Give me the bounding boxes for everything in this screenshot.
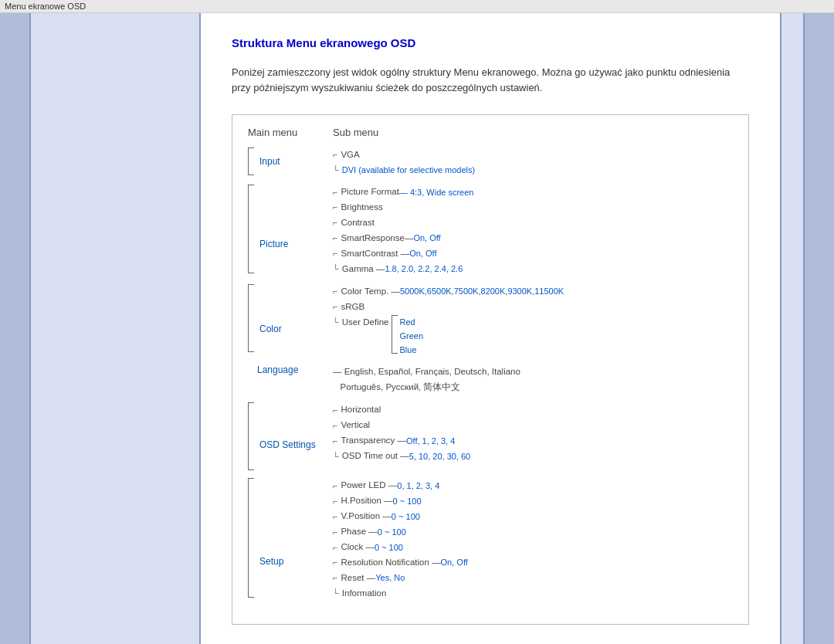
sub-item-clock: ⌐ Clock — 0 ~ 100 — [333, 540, 468, 554]
tick-icon: └ — [333, 163, 339, 177]
sub-text-vga: VGA — [341, 147, 359, 162]
menu-diagram: Main menu Sub menu Input ⌐ VGA — [232, 114, 749, 625]
sub-item-reset: ⌐ Reset — Yes, No — [333, 571, 468, 585]
page-heading: Struktura Menu ekranowego OSD — [232, 36, 749, 49]
sub-item-information: └ Information — [333, 586, 468, 601]
main-item-language: Language — [257, 364, 298, 375]
brace-osd — [248, 402, 254, 470]
sub-item-lang2: Português, Русский, 简体中文 — [333, 380, 520, 395]
main-item-osd: OSD Settings — [259, 439, 316, 450]
sub-item-dvi: └ DVI (available for selective models) — [333, 163, 475, 177]
brace-picture — [248, 185, 254, 273]
sub-item-transparency: ⌐ Transparency — Off, 1, 2, 3, 4 — [333, 433, 470, 448]
intro-paragraph: Poniżej zamieszczony jest widok ogólny s… — [232, 65, 749, 95]
sub-item-smartresponse: ⌐ SmartResponse— On, Off — [333, 231, 473, 246]
brace-color — [248, 284, 254, 352]
group-input: Input ⌐ VGA └ DVI (available for selecti… — [248, 147, 733, 177]
sidebar-left — [0, 13, 31, 644]
group-color: Color ⌐ Color Temp. — 5000K,6500K,7500K,… — [248, 284, 733, 357]
sub-list-setup: ⌐ Power LED — 0, 1, 2, 3, 4 ⌐ H.Position… — [333, 478, 468, 601]
inner-left-panel — [31, 13, 201, 644]
main-label-osd: OSD Settings — [248, 402, 333, 470]
sub-item-powerled: ⌐ Power LED — 0, 1, 2, 3, 4 — [333, 478, 468, 493]
sub-item-phase: ⌐ Phase — 0 ~ 100 — [333, 524, 468, 539]
sub-item-brightness: ⌐ Brightness — [333, 200, 473, 215]
sub-item-resolution: ⌐ Resolution Notification — On, Off — [333, 555, 468, 570]
sub-item-vertical: ⌐ Vertical — [333, 418, 470, 432]
brace-input — [248, 147, 254, 175]
sub-list-language: — English, Español, Français, Deutsch, I… — [333, 364, 520, 395]
group-osd-settings: OSD Settings ⌐ Horizontal ⌐ Vertical ⌐ — [248, 402, 733, 470]
sub-list-osd: ⌐ Horizontal ⌐ Vertical ⌐ Transparency —… — [333, 402, 470, 463]
group-picture: Picture ⌐ Picture Format — 4:3, Wide scr… — [248, 185, 733, 276]
nested-brace — [392, 315, 398, 354]
brace-setup — [248, 478, 254, 598]
header-main: Main menu — [248, 127, 333, 138]
sub-item-colortemp: ⌐ Color Temp. — 5000K,6500K,7500K,8200K,… — [333, 284, 564, 299]
sub-item-osdtimeout: └ OSD Time out — 5, 10, 20, 30, 60 — [333, 449, 470, 463]
sub-item-vga: ⌐ VGA — [333, 147, 475, 162]
header-sub: Sub menu — [333, 127, 378, 138]
main-item-color: Color — [259, 324, 282, 334]
sub-item-hposition: ⌐ H.Position — 0 ~ 100 — [333, 493, 468, 508]
sub-list-input: ⌐ VGA └ DVI (available for selective mod… — [333, 147, 475, 177]
sub-item-contrast: ⌐ Contrast — [333, 215, 473, 230]
sub-item-vposition: ⌐ V.Position — 0 ~ 100 — [333, 509, 468, 524]
sub-list-picture: ⌐ Picture Format — 4:3, Wide screen ⌐ Br… — [333, 185, 473, 276]
user-define-nested: Red Green Blue — [400, 315, 424, 357]
sidebar-right — [803, 13, 834, 644]
title-bar: Menu ekranowe OSD — [0, 0, 834, 13]
sub-item-horizontal: ⌐ Horizontal — [333, 402, 470, 417]
main-label-picture: Picture — [248, 185, 333, 273]
sub-item-userdefine: └ User Define Red Green Blue — [333, 315, 564, 357]
sub-item-lang1: — English, Español, Français, Deutsch, I… — [333, 364, 520, 379]
group-language: Language — English, Español, Français, D… — [248, 364, 733, 395]
sub-item-gamma: └ Gamma — 1.8, 2.0, 2.2, 2.4, 2.6 — [333, 262, 473, 276]
diagram-header: Main menu Sub menu — [248, 127, 733, 138]
main-label-language: Language — [248, 364, 333, 375]
main-label-setup: Setup — [248, 478, 333, 598]
title-bar-text: Menu ekranowe OSD — [5, 2, 86, 11]
sub-text-dvi: DVI (available for selective models) — [342, 163, 475, 177]
tick-icon: ⌐ — [333, 147, 337, 161]
inner-right-panel — [780, 13, 803, 644]
main-label-input: Input — [248, 147, 333, 175]
content-area: Struktura Menu ekranowego OSD Poniżej za… — [201, 13, 780, 644]
sub-item-picformat: ⌐ Picture Format — 4:3, Wide screen — [333, 185, 473, 199]
main-item-input: Input — [259, 156, 280, 167]
main-label-color: Color — [248, 284, 333, 352]
sub-item-smartcontrast: ⌐ SmartContrast — On, Off — [333, 246, 473, 261]
main-item-setup: Setup — [259, 556, 283, 567]
sub-item-srgb: ⌐ sRGB — [333, 300, 564, 314]
sub-list-color: ⌐ Color Temp. — 5000K,6500K,7500K,8200K,… — [333, 284, 564, 357]
group-setup: Setup ⌐ Power LED — 0, 1, 2, 3, 4 ⌐ H.Po… — [248, 478, 733, 601]
main-item-picture: Picture — [259, 239, 288, 249]
